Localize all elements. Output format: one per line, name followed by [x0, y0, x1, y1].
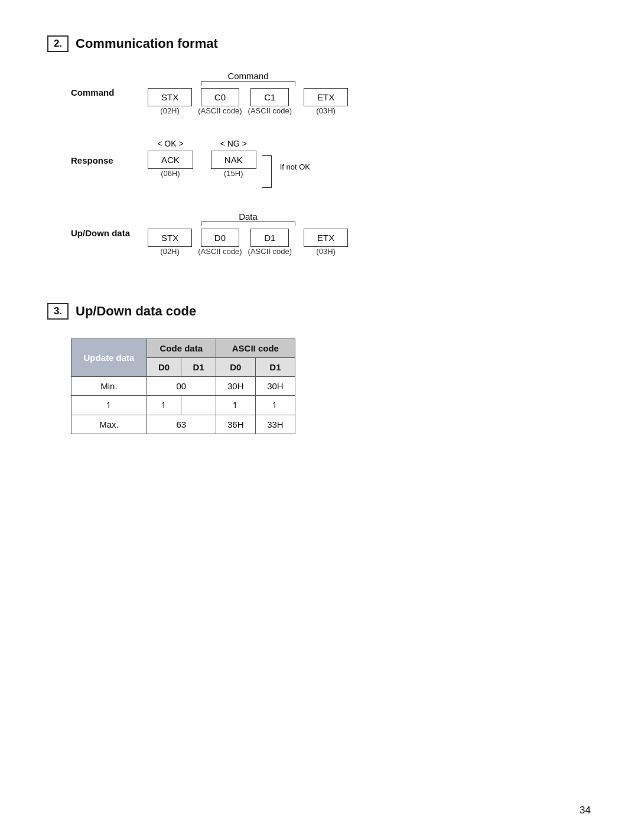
section3-number: 3.: [47, 303, 69, 320]
ascii-d1-cell: 33H: [255, 415, 295, 434]
code-cell: 00: [147, 377, 216, 396]
section2-diagram: Command Command STX (02H) C0 (ASCII c: [71, 71, 591, 256]
c0-code: (ASCII code): [198, 106, 242, 115]
table-header-main: Update data Code data ASCII code: [71, 339, 295, 358]
code-d1-cell: [181, 396, 216, 415]
c1-code: (ASCII code): [248, 106, 292, 115]
ascii-d1-cell: ↿: [255, 396, 295, 415]
ng-label: < NG >: [220, 139, 247, 148]
data-overhead-label: Data: [201, 211, 295, 222]
section3-heading: 3. Up/Down data code: [47, 303, 591, 320]
command-overhead-label: Command: [201, 71, 295, 81]
updown-row: Up/Down data Data STX (02H) D0 (ASCII: [71, 211, 591, 256]
updown-etx-box: ETX: [304, 229, 348, 247]
d1-box: D1: [250, 229, 289, 247]
update-cell: ↿: [71, 396, 147, 415]
c0-box: C0: [201, 88, 239, 106]
section2-title: Communication format: [76, 36, 218, 51]
update-cell: Min.: [71, 377, 147, 396]
code-cell: 63: [147, 415, 216, 434]
table-body: Min.0030H30H↿↿↿↿Max.6336H33H: [71, 377, 295, 434]
ascii-d0-cell: 36H: [216, 415, 255, 434]
command-row: Command Command STX (02H) C0 (ASCII c: [71, 71, 591, 115]
stx-box: STX: [148, 88, 192, 106]
d0-code: (ASCII code): [198, 247, 242, 256]
ack-box: ACK: [148, 151, 193, 169]
updown-diagram: Data STX (02H) D0 (ASCII code) D1: [148, 211, 591, 256]
response-row: Response < OK > ACK (06H) < NG > NAK (: [71, 139, 591, 188]
etx-code: (03H): [316, 106, 336, 115]
updown-row-label: Up/Down data: [71, 211, 148, 238]
d0-box: D0: [201, 229, 239, 247]
updown-stx-code: (02H): [160, 247, 180, 256]
ack-code: (06H): [161, 169, 180, 178]
section3-title: Up/Down data code: [76, 304, 196, 319]
nak-box: NAK: [211, 151, 256, 169]
d1-code: (ASCII code): [248, 247, 292, 256]
table-row: Min.0030H30H: [71, 377, 295, 396]
d1-col-label: D1: [181, 358, 216, 377]
d0-ascii-col-label: D0: [216, 358, 255, 377]
code-d0-cell: ↿: [147, 396, 181, 415]
update-cell: Max.: [71, 415, 147, 434]
page-number: 34: [580, 805, 591, 816]
nak-code: (15H): [224, 169, 243, 178]
command-diagram: Command STX (02H) C0 (ASCII code) C1: [148, 71, 591, 115]
updown-code-table: Update data Code data ASCII code D0 D1 D…: [71, 338, 295, 434]
table-row: ↿↿↿↿: [71, 396, 295, 415]
table-row: Max.6336H33H: [71, 415, 295, 434]
updown-stx-box: STX: [148, 229, 192, 247]
update-data-header: Update data: [71, 339, 147, 377]
d0-col-label: D0: [147, 358, 181, 377]
section2-heading: 2. Communication format: [47, 35, 591, 52]
response-row-label: Response: [71, 139, 148, 165]
d1-ascii-col-label: D1: [255, 358, 295, 377]
section2: 2. Communication format Command Command …: [47, 35, 591, 256]
ascii-d0-cell: 30H: [216, 377, 255, 396]
section3: 3. Up/Down data code Update data Code da…: [47, 303, 591, 434]
updown-etx-code: (03H): [316, 247, 336, 256]
ok-label: < OK >: [157, 139, 183, 148]
command-row-label: Command: [71, 71, 148, 97]
if-not-ok-label: If not OK: [280, 139, 310, 171]
ascii-d1-cell: 30H: [255, 377, 295, 396]
response-diagram: < OK > ACK (06H) < NG > NAK (15H): [148, 139, 591, 188]
etx-box: ETX: [304, 88, 348, 106]
code-data-header: Code data: [147, 339, 216, 358]
c1-box: C1: [250, 88, 289, 106]
section2-number: 2.: [47, 35, 69, 52]
ascii-code-header: ASCII code: [216, 339, 295, 358]
stx-code: (02H): [160, 106, 180, 115]
ascii-d0-cell: ↿: [216, 396, 255, 415]
